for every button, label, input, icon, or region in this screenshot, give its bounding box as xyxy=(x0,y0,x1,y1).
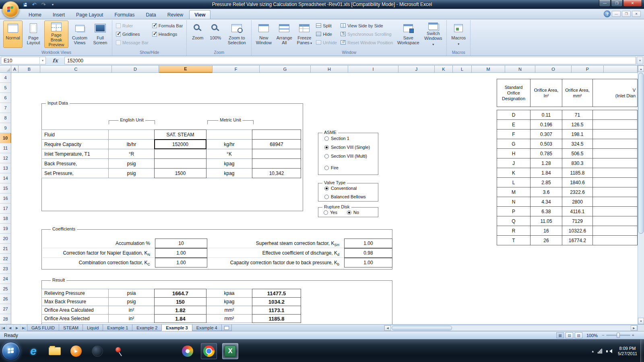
orifice-empty-cell[interactable] xyxy=(592,168,638,178)
close-button[interactable]: ✕ xyxy=(623,0,642,7)
sheet-tab-example-2[interactable]: Example 2 xyxy=(132,325,162,331)
orifice-area-mm2-cell[interactable]: 2800 xyxy=(562,197,593,207)
radio-rupture-yes[interactable]: Yes xyxy=(324,209,337,216)
input-unit-cell[interactable]: kpag xyxy=(206,158,252,169)
tab-view[interactable]: View xyxy=(189,10,211,19)
coef-value-cell[interactable]: 1.00 xyxy=(155,248,207,258)
orifice-area-mm2-cell[interactable]: 7129 xyxy=(562,216,593,226)
orifice-area-mm2-cell[interactable]: 126.5 xyxy=(562,119,593,130)
column-header[interactable]: N xyxy=(505,66,535,73)
column-header[interactable]: M xyxy=(472,66,505,73)
row-header[interactable]: 17 xyxy=(0,204,11,214)
orifice-empty-cell[interactable] xyxy=(592,110,638,120)
orifice-area-mm2-cell[interactable]: 324.5 xyxy=(562,139,593,149)
taskbar-chrome[interactable] xyxy=(201,343,217,359)
row-header[interactable]: 13 xyxy=(0,163,11,173)
sheet-tab-example-4[interactable]: Example 4 xyxy=(192,325,222,331)
result-label-cell[interactable]: Orifice Area Selected xyxy=(41,314,109,323)
row-header[interactable]: 21 xyxy=(0,244,11,254)
orifice-empty-cell[interactable] xyxy=(592,235,638,245)
orifice-area-mm2-cell[interactable]: 198.1 xyxy=(562,129,593,139)
orifice-designation-cell[interactable]: Q xyxy=(497,216,530,226)
radio-section-viii-single[interactable]: Section VIII (Single) xyxy=(324,144,370,151)
row-header[interactable]: 8 xyxy=(0,113,11,123)
page-layout-view-shortcut[interactable]: ▤ xyxy=(566,332,573,338)
orifice-area-in2-cell[interactable]: 26 xyxy=(530,235,562,245)
coef-value-cell[interactable]: 10 xyxy=(155,239,207,248)
orifice-area-in2-cell[interactable]: 2.85 xyxy=(530,177,562,187)
sheet-tab-example-3[interactable]: Example 3 xyxy=(161,325,192,331)
orifice-area-in2-cell[interactable]: 0.11 xyxy=(530,110,562,120)
input-value-cell[interactable] xyxy=(252,130,301,140)
formula-input[interactable]: 152000 xyxy=(64,57,636,64)
arrange-all-button[interactable]: Arrange All xyxy=(275,21,294,48)
column-header[interactable]: J xyxy=(398,66,435,73)
office-button[interactable] xyxy=(2,1,19,18)
page-break-view-shortcut[interactable]: ▧ xyxy=(575,332,582,338)
insert-worksheet-tab[interactable] xyxy=(221,325,232,331)
ruler-checkbox[interactable]: Ruler xyxy=(115,22,150,29)
result-value-cell[interactable]: 1185.8 xyxy=(252,314,301,323)
active-cell-E10[interactable]: 152000 xyxy=(154,139,206,149)
zoom-track[interactable] xyxy=(606,335,630,336)
tab-formulas[interactable]: Formulas xyxy=(109,10,140,19)
coef-value-cell[interactable]: 1.00 xyxy=(344,239,392,248)
orifice-header-area-mm2[interactable]: Orifice Area, mm² xyxy=(562,79,593,107)
result-value-cell[interactable]: 1.84 xyxy=(154,314,206,323)
sheet-tab-steam[interactable]: STEAM xyxy=(59,325,83,331)
input-label-cell[interactable]: Back Pressure, xyxy=(41,158,109,169)
orifice-empty-cell[interactable] xyxy=(592,139,638,149)
orifice-area-mm2-cell[interactable]: 1185.8 xyxy=(562,168,593,178)
orifice-header-designation[interactable]: Standard Orifice Designation xyxy=(497,79,530,107)
row-header[interactable]: 27 xyxy=(0,304,11,314)
page-break-preview-button[interactable]: Page Break Preview xyxy=(44,21,68,48)
row-header[interactable]: 14 xyxy=(0,173,11,183)
workbook-restore-button[interactable]: ❐ xyxy=(622,11,631,17)
taskbar-excel-active[interactable] xyxy=(222,343,238,359)
orifice-area-mm2-cell[interactable]: 506.5 xyxy=(562,148,593,158)
coef-label[interactable]: Effective coefficient of discharge, Kd xyxy=(208,248,342,258)
result-unit-cell[interactable]: psia xyxy=(108,289,155,298)
taskbar-color-app[interactable] xyxy=(180,343,196,359)
input-unit-cell[interactable]: lb/hr xyxy=(108,139,155,149)
zoom-in-icon[interactable]: + xyxy=(632,333,634,337)
result-unit-cell[interactable]: kpaa xyxy=(206,289,252,298)
orifice-area-in2-cell[interactable]: 0.196 xyxy=(530,119,562,130)
orifice-area-in2-cell[interactable]: 0.307 xyxy=(530,129,562,139)
undo-button[interactable]: ↶ xyxy=(30,1,38,8)
zoom-level[interactable]: 100% xyxy=(586,333,598,338)
zoom-button[interactable]: Zoom xyxy=(189,21,206,48)
orifice-area-mm2-cell[interactable]: 830.3 xyxy=(562,158,593,168)
next-sheet-button[interactable] xyxy=(14,325,21,331)
insert-function-button[interactable]: fx xyxy=(46,58,64,64)
input-value-cell[interactable]: 68947 xyxy=(252,139,301,149)
orifice-designation-cell[interactable]: T xyxy=(497,235,530,245)
custom-views-button[interactable]: Custom Views xyxy=(70,21,90,48)
coef-label[interactable]: Superheat steam correction factor, KSH xyxy=(208,239,342,248)
message-bar-checkbox[interactable]: Message Bar xyxy=(115,39,150,46)
result-label-cell[interactable]: Orifice Area Calculated xyxy=(41,306,109,315)
result-value-cell[interactable]: 1664.7 xyxy=(154,289,206,298)
taskbar-windows-explorer[interactable] xyxy=(47,343,63,359)
result-unit-cell[interactable]: in² xyxy=(108,306,155,315)
row-header[interactable]: 4 xyxy=(0,73,11,83)
formula-bar-checkbox[interactable]: Formula Bar xyxy=(151,22,184,29)
start-button[interactable] xyxy=(2,342,20,360)
orifice-area-in2-cell[interactable]: 4.34 xyxy=(530,197,562,207)
horizontal-scrollbar[interactable]: ◀ ▶ xyxy=(384,325,638,331)
coef-value-cell[interactable]: 1.00 xyxy=(155,258,207,267)
input-value-cell[interactable]: SAT. STEAM xyxy=(154,130,206,140)
row-header[interactable]: 9 xyxy=(0,123,11,133)
input-unit-cell[interactable]: psig xyxy=(108,168,155,178)
input-unit-cell[interactable]: psig xyxy=(108,158,155,169)
spreadsheet-canvas[interactable]: Input Data English Unit Metric Unit Flui… xyxy=(11,73,638,324)
column-header[interactable]: F xyxy=(213,66,260,73)
vertical-scrollbar[interactable]: ▲ ▼ xyxy=(638,66,644,324)
input-label-cell[interactable]: Inlet Temperature, T1 xyxy=(41,149,109,159)
input-value-cell[interactable]: 10,342 xyxy=(252,168,301,178)
zoom-to-selection-button[interactable]: Zoom to Selection xyxy=(225,21,249,48)
orifice-area-mm2-cell[interactable]: 16774.2 xyxy=(562,235,593,245)
macros-button[interactable]: Macros xyxy=(449,21,468,48)
tab-page-layout[interactable]: Page Layout xyxy=(71,10,108,19)
column-header[interactable]: B xyxy=(19,66,40,73)
